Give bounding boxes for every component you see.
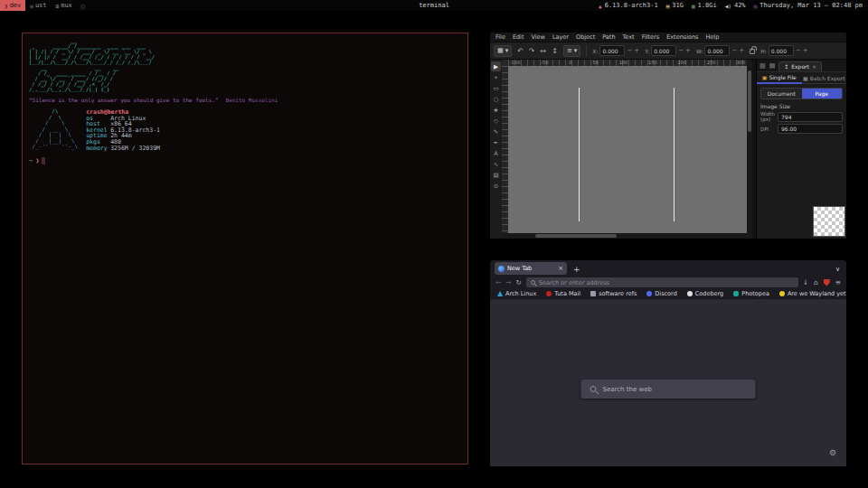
drawing-canvas[interactable] <box>508 66 747 233</box>
menu-icon[interactable]: ≡ <box>835 278 841 286</box>
y-input[interactable]: 0.000 <box>651 45 676 56</box>
single-file-icon: ▣ <box>762 74 768 80</box>
rotate-ccw-icon[interactable]: ↶ <box>517 47 524 55</box>
increment-button[interactable]: + <box>634 47 639 54</box>
ublock-extension-icon[interactable] <box>824 279 830 286</box>
status-module: ▥ 1.8Gi <box>692 2 717 9</box>
status-text: Thursday, Mar 13 — 02:48 pm <box>760 2 863 9</box>
bookmark[interactable]: Are we Wayland yet? <box>779 290 846 297</box>
menu-item[interactable]: Filters <box>642 33 659 41</box>
node-tool[interactable]: ⌖ <box>491 72 501 82</box>
x-input[interactable]: 0.000 <box>599 45 625 56</box>
home-icon[interactable]: ⌂ <box>814 278 818 286</box>
ellipse-tool[interactable]: ○ <box>491 94 501 104</box>
browser-icon: ◎ <box>30 3 33 9</box>
horizontal-scrollbar[interactable] <box>508 233 747 239</box>
workspace-tag[interactable]: ❯ dev <box>0 0 25 11</box>
close-tab-icon[interactable]: × <box>558 265 563 272</box>
decrement-button[interactable]: − <box>627 47 632 54</box>
workspace-tags: ❯ dev ◎ ust ⊞ mux □ <box>0 0 90 11</box>
reload-button[interactable]: ↻ <box>516 278 522 286</box>
forward-button[interactable]: → <box>505 278 511 286</box>
flip-horizontal-icon[interactable]: ↔ <box>541 47 547 55</box>
flip-vertical-icon[interactable]: ↕ <box>552 47 558 55</box>
box3d-tool[interactable]: ◇ <box>491 116 501 126</box>
pencil-tool[interactable]: ✎ <box>491 127 501 136</box>
quote-author: Benito Mussolini <box>226 97 278 103</box>
menu-item[interactable]: Edit <box>513 33 524 41</box>
vertical-ruler <box>502 66 508 233</box>
url-bar[interactable]: Search or enter address <box>526 277 798 287</box>
menu-item[interactable]: Path <box>602 33 615 41</box>
workspace-tag[interactable]: ⊞ mux <box>52 0 77 11</box>
scrollbar-thumb[interactable] <box>535 234 617 238</box>
decrement-button[interactable]: − <box>796 47 801 54</box>
decrement-button[interactable]: − <box>731 47 737 54</box>
bookmark-label: Photopea <box>741 290 769 297</box>
increment-button[interactable]: + <box>803 47 808 54</box>
text-tool[interactable]: A <box>491 148 501 158</box>
menu-item[interactable]: Help <box>705 33 719 41</box>
status-text: 1.8Gi <box>698 2 717 9</box>
export-dialog-tab[interactable]: ↥ Export × <box>778 61 822 71</box>
terminal-window[interactable]: __ _ _____/ /________ ____ ___ ___ | | /… <box>22 33 468 465</box>
raise-lower-dropdown[interactable]: ≡ ▾ <box>563 45 580 57</box>
tab-single-file[interactable]: ▣ Single File <box>757 72 802 84</box>
pen-tool[interactable]: ✒ <box>491 137 501 147</box>
page-button[interactable]: Page <box>802 89 843 99</box>
web-search-box[interactable]: Search the web <box>581 380 756 399</box>
ascii-art-welcome: __ _ _____/ /________ ____ ___ ___ | | /… <box>29 38 467 65</box>
shell-prompt[interactable]: ~ ❯ <box>29 157 467 164</box>
menu-item[interactable]: Layer <box>552 33 569 41</box>
browser-tab[interactable]: New Tab × <box>495 262 567 275</box>
bookmark[interactable]: Arch Linux <box>497 290 536 297</box>
h-input[interactable]: 0.000 <box>769 45 794 56</box>
close-icon[interactable]: × <box>812 63 816 70</box>
menu-item[interactable]: Object <box>576 33 595 41</box>
workspace-tag[interactable]: ◎ ust <box>25 0 51 11</box>
rotate-cw-icon[interactable]: ↷ <box>529 47 535 55</box>
new-tab-button[interactable]: + <box>573 265 580 274</box>
bookmark[interactable]: Tuta Mail <box>546 290 580 297</box>
downloads-icon[interactable]: ↓ <box>803 278 808 286</box>
bookmark[interactable]: software refs <box>590 290 637 297</box>
dialog-dock-icon-1[interactable]: ▧ <box>760 62 766 71</box>
list-tabs-chevron-icon[interactable]: ∨ <box>835 266 840 273</box>
gradient-tool[interactable]: ▤ <box>491 170 501 180</box>
menu-item[interactable]: Text <box>623 33 635 41</box>
bookmark[interactable]: Photopea <box>733 290 769 297</box>
dpi-label: DPI <box>760 127 775 132</box>
w-input[interactable]: 0.000 <box>704 45 730 56</box>
export-width-input[interactable]: 794 <box>778 112 843 122</box>
tab-batch-export[interactable]: ▦ Batch Export <box>802 72 847 84</box>
dialog-dock-icon-2[interactable]: ▤ <box>769 62 776 71</box>
dropper-tool[interactable]: ⊙ <box>491 181 501 191</box>
arch-logo-ascii: /\ / \ / \ / __ \ / | | \ / |__| \ /_-''… <box>29 108 78 151</box>
export-dpi-input[interactable]: 96.00 <box>778 124 843 134</box>
rectangle-tool[interactable]: ▭ <box>491 83 501 93</box>
transform-mode-dropdown[interactable]: ▦ ▾ <box>494 45 512 57</box>
workspace-label: dev <box>10 2 22 9</box>
export-preview-checkerboard <box>813 206 845 237</box>
x-coordinate-field: X: 0.000 − + <box>592 45 639 56</box>
back-button[interactable]: ← <box>495 278 501 286</box>
selector-tool[interactable]: ▶ <box>491 61 501 71</box>
gear-icon[interactable]: ⚙ <box>829 448 836 457</box>
export-area-segment: Document Page <box>760 88 843 99</box>
lock-ratio-icon[interactable] <box>750 49 755 54</box>
bookmark[interactable]: Codeberg <box>687 290 723 297</box>
tab-bar: New Tab × + ∨ <box>490 260 846 276</box>
bookmark[interactable]: Discord <box>646 290 676 297</box>
menu-item[interactable]: File <box>495 33 505 41</box>
star-tool[interactable]: ★ <box>491 105 501 115</box>
ruler-tick-label: 100 <box>619 60 628 65</box>
increment-button[interactable]: + <box>685 47 691 54</box>
scrollbar-thumb[interactable] <box>748 70 751 132</box>
workspace-tag[interactable]: □ <box>77 0 91 11</box>
increment-button[interactable]: + <box>739 47 744 54</box>
spiral-tool[interactable]: ∿ <box>491 159 501 169</box>
menu-item[interactable]: View <box>531 33 544 41</box>
menu-item[interactable]: Extensions <box>666 33 698 41</box>
document-button[interactable]: Document <box>761 89 802 99</box>
decrement-button[interactable]: − <box>678 47 684 54</box>
